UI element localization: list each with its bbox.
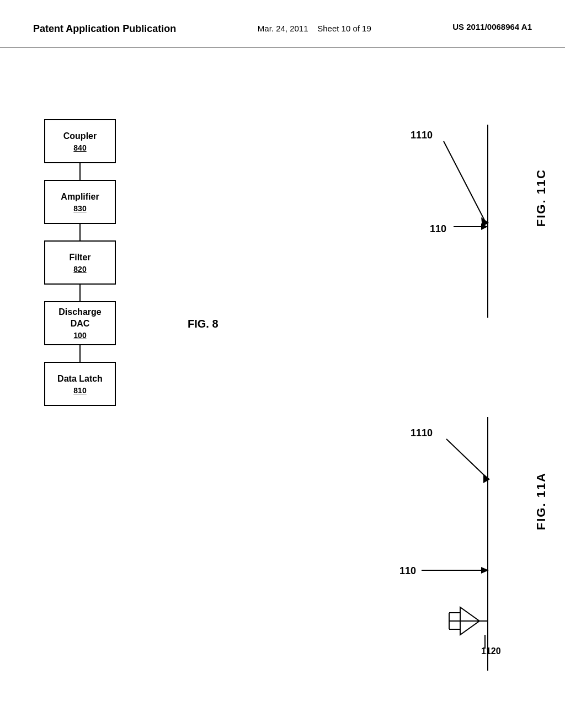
data-latch-block: Data Latch 810 xyxy=(44,362,116,406)
connector-4 xyxy=(79,345,81,362)
connector-2 xyxy=(79,224,81,240)
patent-number: US 2011/0068964 A1 xyxy=(452,22,532,31)
sheet-text: Sheet 10 of 19 xyxy=(317,24,371,33)
amplifier-num: 830 xyxy=(73,204,86,213)
n1120-label: 1120 xyxy=(481,646,501,656)
fig11a-diagram: 1110 110 1120 FIG. 11A xyxy=(344,406,521,682)
block-diagram-fig8: Coupler 840 Amplifier 830 Filter 820 Dis… xyxy=(44,119,116,406)
amplifier-label: Amplifier xyxy=(61,191,99,203)
discharge-num: 100 xyxy=(73,331,86,340)
svg-line-1 xyxy=(444,141,485,221)
data-latch-label: Data Latch xyxy=(57,373,103,385)
fig8-label: FIG. 8 xyxy=(188,318,218,330)
fig11c-diagram: 1110 110 FIG. 11C xyxy=(344,114,521,323)
publication-title: Patent Application Publication xyxy=(33,22,176,36)
connector-3 xyxy=(79,285,81,301)
date-text: Mar. 24, 2011 xyxy=(258,24,308,33)
discharge-dac-block: DischargeDAC 100 xyxy=(44,301,116,345)
n1110-bot-label: 1110 xyxy=(411,427,433,438)
coupler-num: 840 xyxy=(73,143,86,152)
filter-label: Filter xyxy=(69,252,90,264)
n1110-top-label: 1110 xyxy=(411,130,433,141)
connector-1 xyxy=(79,163,81,180)
sheet-info: Mar. 24, 2011 Sheet 10 of 19 xyxy=(258,22,371,35)
fig11c-svg: 1110 110 xyxy=(344,114,521,323)
fig11c-label: FIG. 11C xyxy=(534,169,548,227)
n110-top-label: 110 xyxy=(430,223,446,234)
fig11a-svg: 1110 110 1120 xyxy=(344,406,521,682)
filter-num: 820 xyxy=(73,265,86,274)
content-area: Coupler 840 Amplifier 830 Filter 820 Dis… xyxy=(0,47,565,715)
fig11a-label: FIG. 11A xyxy=(534,472,548,530)
filter-block: Filter 820 xyxy=(44,240,116,285)
n110-bot-label: 110 xyxy=(399,565,416,576)
coupler-label: Coupler xyxy=(63,131,97,142)
coupler-block: Coupler 840 xyxy=(44,119,116,163)
data-latch-num: 810 xyxy=(73,386,86,395)
page-header: Patent Application Publication Mar. 24, … xyxy=(0,0,565,47)
amplifier-block: Amplifier 830 xyxy=(44,180,116,224)
svg-marker-7 xyxy=(483,474,490,483)
svg-line-6 xyxy=(446,439,487,478)
discharge-label: DischargeDAC xyxy=(58,307,101,330)
